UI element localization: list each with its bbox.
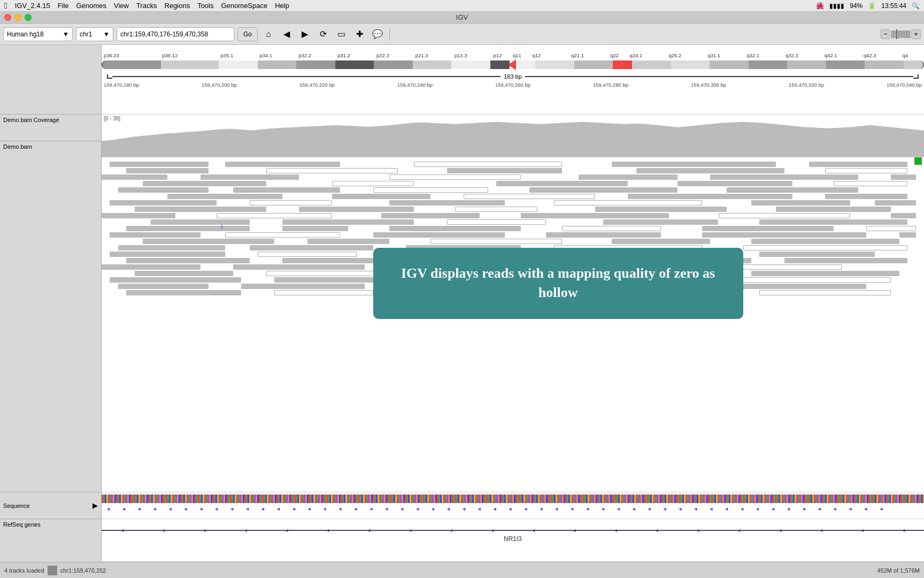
menu-file[interactable]: File (58, 2, 69, 10)
band-label-q321: q32.1 (746, 52, 786, 58)
read-block-hollow (866, 226, 915, 231)
tooltip-overlay: IGV displays reads with a mapping qualit… (373, 248, 743, 319)
read-block-hollow (825, 168, 907, 173)
select-icon[interactable]: ✚ (352, 27, 367, 42)
band-label-q311: q31.1 (707, 52, 746, 58)
read-block-hollow (743, 245, 908, 250)
coverage-svg (102, 115, 924, 157)
gene-arrow-5: ◄ (284, 528, 289, 533)
menu-tracks[interactable]: Tracks (136, 2, 157, 10)
read-block (274, 277, 373, 283)
apple-menu[interactable]:  (4, 1, 7, 11)
read-block (143, 239, 274, 244)
menu-genomes[interactable]: Genomes (76, 2, 106, 10)
gene-arrow-15: ◄ (695, 528, 700, 533)
read-block (603, 219, 718, 225)
sequence-arrow-icon: ▶ (93, 501, 98, 509)
split-icon[interactable]: ▭ (334, 27, 349, 42)
go-button[interactable]: Go (237, 27, 258, 41)
band-q321-graphic (749, 60, 787, 69)
zoom-tick (893, 31, 894, 38)
right-panel: p36.23 p36.12 p35.1 p34.1 p32.2 p31.2 p2… (102, 45, 924, 562)
pos-9: 159,470,340 bp (887, 82, 922, 88)
tooltip-text: IGV displays reads with a mapping qualit… (395, 264, 722, 303)
menu-view[interactable]: View (114, 2, 129, 10)
scale-left-cap (107, 74, 112, 79)
pos-2: 159,470,200 bp (202, 82, 237, 88)
mac-menubar:  IGV_2.4.15 File Genomes View Tracks Re… (0, 0, 924, 12)
gene-arrow-12: ◄ (572, 528, 577, 533)
band-q241-graphic (632, 60, 671, 69)
read-row-5 (102, 187, 924, 193)
menu-igv[interactable]: IGV_2.4.15 (15, 2, 50, 10)
read-block-hollow (759, 290, 891, 295)
read-block-hollow (447, 219, 546, 225)
scale-label: 183 bp (504, 73, 522, 80)
read-block (110, 162, 209, 167)
zoom-tick (895, 31, 896, 38)
read-block-hollow (332, 181, 414, 186)
gene-arrow-4: ◄ (243, 528, 248, 533)
read-block (751, 239, 899, 244)
refresh-icon[interactable]: ⟳ (315, 27, 330, 42)
read-row-9 (102, 213, 924, 218)
zoom-tick (899, 31, 900, 38)
band-q22-graphic (613, 60, 632, 69)
home-icon[interactable]: ⌂ (261, 27, 276, 42)
band-label-q11: q11 (513, 52, 532, 58)
read-block-hollow (464, 194, 595, 199)
menu-help[interactable]: Help (275, 2, 289, 10)
minimize-button[interactable] (14, 14, 21, 21)
read-block (595, 207, 727, 212)
coverage-range-label: [0 - 38] (104, 116, 120, 121)
read-block-hollow (834, 181, 907, 186)
read-row-2 (102, 168, 924, 173)
read-block (332, 194, 431, 199)
read-block-hollow (727, 277, 891, 283)
read-row-4 (102, 181, 924, 186)
band-label-p322: p32.2 (298, 52, 337, 58)
refseq-track: ◄ ◄ ◄ ◄ ◄ ◄ ◄ ◄ ◄ ◄ ◄ ◄ ◄ ◄ ◄ ◄ ◄ ◄ ◄ ◄ (102, 519, 924, 562)
window-title: IGV (456, 13, 468, 21)
read-block (167, 194, 282, 199)
chromosome-selector[interactable]: chr1 ▼ (76, 27, 113, 41)
read-block (776, 207, 891, 212)
read-row-12 (102, 232, 924, 238)
read-block (102, 174, 167, 180)
band-label-q241: q24.1 (630, 52, 669, 58)
back-icon[interactable]: ◀ (279, 27, 294, 42)
menu-tools[interactable]: Tools (197, 2, 213, 10)
read-block (118, 187, 209, 193)
menu-genomespace[interactable]: GenomeSpace (221, 2, 268, 10)
pos-8: 159,470,320 bp (789, 82, 824, 88)
read-block (307, 239, 390, 244)
window-controls[interactable] (4, 14, 32, 21)
forward-icon[interactable]: ▶ (297, 27, 312, 42)
read-block (118, 245, 225, 250)
band-labels-row: p36.23 p36.12 p35.1 p34.1 p32.2 p31.2 p2… (102, 45, 924, 58)
chromosome-label: chr1 (80, 31, 92, 38)
band-label-p213: p21.3 (415, 52, 455, 58)
band-label-q333: q32.3 (786, 52, 825, 58)
genome-selector[interactable]: Human hg18 ▼ (3, 27, 73, 41)
read-block (751, 200, 850, 206)
band-q311-graphic (710, 60, 748, 69)
read-block-hollow (217, 213, 332, 218)
chromosome-ideogram[interactable]: p36.23 p36.12 p35.1 p34.1 p32.2 p31.2 p2… (102, 45, 924, 115)
band-p213-graphic (413, 60, 451, 69)
read-block-hollow (719, 213, 850, 218)
zoom-bar: − + (881, 29, 921, 39)
zoom-out-button[interactable]: − (881, 29, 890, 39)
bam-reads-track[interactable]: I IGV displays reads with a mapping qual… (102, 157, 924, 492)
band-p133-graphic (451, 60, 490, 69)
close-button[interactable] (4, 14, 11, 21)
read-block (521, 213, 669, 218)
menu-regions[interactable]: Regions (164, 2, 190, 10)
tooltip-icon[interactable]: 💬 (370, 27, 385, 42)
scale-right-cap (913, 74, 919, 79)
zoom-in-button[interactable]: + (911, 29, 921, 39)
locus-input[interactable]: chr1:159,470,176-159,470,358 (117, 27, 234, 41)
read-block-hollow (225, 232, 340, 238)
left-panel: Demo.bam Coverage Demo.bam Sequence ▶ Re… (0, 45, 102, 562)
maximize-button[interactable] (25, 14, 32, 21)
